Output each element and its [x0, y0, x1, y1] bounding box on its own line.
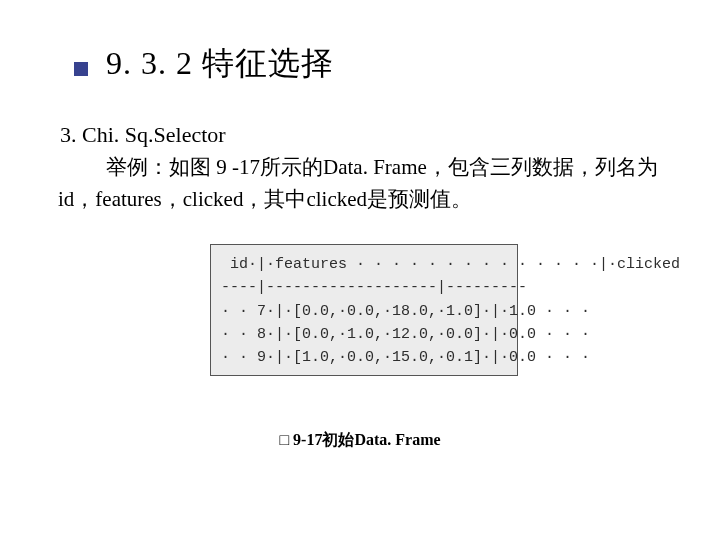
table-header-row: id·|·features · · · · · · · · · · · · · … [221, 253, 507, 276]
section-heading: 9. 3. 2 特征选择 [106, 42, 334, 86]
table-row: · · 9·|·[1.0,·0.0,·15.0,·0.1]·|·0.0 · · … [221, 346, 507, 369]
heading-bullet-icon [74, 62, 88, 76]
caption-prefix: □ 9‑17 [279, 431, 322, 449]
body-text-content: 举例：如图 9 -17所示的Data. Frame，包含三列数据，列名为id，f… [58, 155, 658, 211]
figure-caption: □ 9‑17 初始Data. Frame [0, 430, 720, 451]
section-heading-row: 9. 3. 2 特征选择 [74, 42, 334, 86]
body-paragraph: 举例：如图 9 -17所示的Data. Frame，包含三列数据，列名为id，f… [58, 152, 690, 215]
dataframe-table-figure: id·|·features · · · · · · · · · · · · · … [210, 244, 518, 376]
table-row: · · 8·|·[0.0,·1.0,·12.0,·0.0]·|·0.0 · · … [221, 323, 507, 346]
table-divider-row: ----|-------------------|--------- [221, 276, 507, 299]
table-row: · · 7·|·[0.0,·0.0,·18.0,·1.0]·|·1.0 · · … [221, 300, 507, 323]
subsection-title: 3. Chi. Sq.Selector [60, 122, 226, 148]
caption-text: 初始Data. Frame [322, 431, 440, 448]
